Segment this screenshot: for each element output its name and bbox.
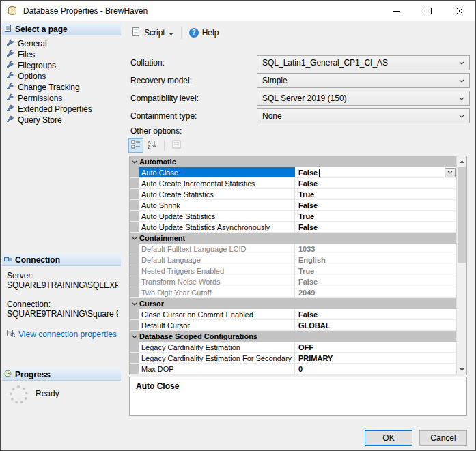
- property-pages-button: [169, 138, 184, 153]
- property-row[interactable]: Auto Update StatisticsTrue: [130, 211, 456, 222]
- indent-strip: [130, 189, 139, 199]
- property-row[interactable]: Max DOP0: [130, 364, 456, 375]
- property-row[interactable]: Auto ShrinkFalse: [130, 200, 456, 211]
- property-value[interactable]: OFF: [295, 342, 456, 352]
- select-page-header: Select a page: [2, 23, 121, 35]
- progress-icon: [4, 370, 12, 379]
- server-label: Server:: [7, 271, 118, 280]
- property-name: Max DOP: [139, 364, 295, 374]
- indent-strip: [130, 211, 139, 221]
- property-value[interactable]: False: [295, 222, 456, 232]
- connection-value: SQUARE9TRAINING\Square 9: [7, 309, 118, 319]
- property-row[interactable]: Auto Create Incremental StatisticsFalse: [130, 178, 456, 189]
- page-icon: [6, 72, 14, 82]
- categorized-button[interactable]: [128, 138, 143, 153]
- property-value[interactable]: True: [295, 211, 456, 221]
- grid-toolbar: AZ: [128, 138, 184, 153]
- compatibility-level-select[interactable]: SQL Server 2019 (150): [257, 91, 470, 106]
- property-row: Default Fulltext Language LCID1033: [130, 244, 456, 254]
- property-name: Auto Shrink: [139, 200, 295, 210]
- script-label: Script: [144, 28, 165, 38]
- sidebar-item-label: General: [18, 39, 47, 48]
- property-row[interactable]: Auto Create StatisticsTrue: [130, 189, 456, 200]
- sidebar-item-files[interactable]: Files: [6, 49, 121, 60]
- indent-strip: [130, 254, 139, 265]
- property-value: 2049: [295, 287, 456, 297]
- sidebar-item-filegroups[interactable]: Filegroups: [6, 60, 121, 71]
- property-row-auto-close[interactable]: Auto CloseFalse: [130, 167, 456, 178]
- recovery-model-select[interactable]: Simple: [257, 73, 470, 88]
- property-value[interactable]: GLOBAL: [295, 320, 456, 330]
- close-icon[interactable]: [444, 1, 475, 21]
- collation-select[interactable]: SQL_Latin1_General_CP1_CI_AS: [257, 55, 470, 70]
- chevron-down-icon[interactable]: [130, 298, 139, 309]
- sidebar-item-extended-properties[interactable]: Extended Properties: [6, 104, 121, 115]
- property-description: Auto Close: [129, 377, 467, 416]
- property-value: True: [295, 265, 456, 276]
- window-controls: [381, 1, 475, 21]
- property-row[interactable]: Auto Update Statistics AsynchronouslyFal…: [130, 222, 456, 233]
- chevron-down-icon[interactable]: [130, 331, 139, 342]
- script-button[interactable]: Script: [128, 25, 178, 41]
- select-page-icon: [4, 25, 12, 34]
- chevron-down-icon: [459, 79, 464, 83]
- indent-strip: [130, 287, 139, 297]
- view-connection-properties-link[interactable]: View connection properties: [18, 330, 117, 339]
- progress-title: Progress: [15, 370, 51, 379]
- property-row: Transform Noise WordsFalse: [130, 276, 456, 287]
- maximize-icon[interactable]: [412, 1, 444, 21]
- sidebar-item-options[interactable]: Options: [6, 71, 121, 82]
- property-value[interactable]: False: [295, 309, 456, 319]
- titlebar[interactable]: Database Properties - BrewHaven: [1, 1, 475, 21]
- cancel-button[interactable]: Cancel: [419, 430, 467, 446]
- indent-strip: [130, 167, 139, 177]
- property-name: Default Language: [139, 254, 295, 265]
- scrollbar-up-icon[interactable]: [457, 156, 467, 166]
- scrollbar-down-icon[interactable]: [457, 364, 467, 375]
- sidebar-item-permissions[interactable]: Permissions: [6, 93, 121, 104]
- collation-value: SQL_Latin1_General_CP1_CI_AS: [262, 58, 388, 68]
- grid-scrollbar[interactable]: [456, 156, 466, 375]
- category-row-cursor[interactable]: Cursor: [130, 298, 456, 309]
- category-row-automatic[interactable]: Automatic: [130, 156, 456, 167]
- help-icon: [189, 28, 199, 38]
- ok-button[interactable]: OK: [365, 430, 412, 446]
- property-value[interactable]: 0: [295, 364, 456, 374]
- help-button[interactable]: Help: [185, 25, 223, 40]
- svg-text:A: A: [148, 140, 151, 145]
- chevron-down-icon[interactable]: [130, 233, 139, 244]
- select-page-panel: Select a page General Files Filegroups O…: [2, 23, 121, 126]
- property-value-editor[interactable]: False: [295, 167, 456, 177]
- property-pages-icon: [172, 140, 181, 151]
- property-value[interactable]: True: [295, 189, 456, 199]
- sidebar-item-change-tracking[interactable]: Change Tracking: [6, 82, 121, 93]
- editor-dropdown-icon[interactable]: [445, 168, 456, 177]
- containment-type-label: Containment type:: [130, 108, 197, 123]
- property-row[interactable]: Legacy Cardinality EstimationOFF: [130, 342, 456, 353]
- sidebar-item-general[interactable]: General: [6, 38, 121, 49]
- category-row-database-scoped-configurations[interactable]: Database Scoped Configurations: [130, 331, 456, 342]
- property-row[interactable]: Close Cursor on Commit EnabledFalse: [130, 309, 456, 320]
- property-row[interactable]: Default CursorGLOBAL: [130, 320, 456, 331]
- containment-type-select[interactable]: None: [257, 108, 470, 123]
- category-row-containment[interactable]: Containment: [130, 233, 456, 244]
- view-connection-properties-icon: [7, 329, 15, 339]
- property-row[interactable]: Legacy Cardinality Estimation For Second…: [130, 353, 456, 364]
- property-grid-rows: Automatic Auto CloseFalse Auto Create In…: [130, 156, 456, 375]
- compatibility-level-label: Compatibility level:: [130, 91, 199, 106]
- property-value[interactable]: False: [295, 200, 456, 210]
- alphabetical-sort-button[interactable]: AZ: [145, 138, 160, 153]
- chevron-down-icon[interactable]: [130, 156, 139, 167]
- minimize-icon[interactable]: [381, 1, 412, 21]
- sidebar-item-label: Extended Properties: [18, 104, 92, 114]
- scrollbar-thumb[interactable]: [458, 167, 466, 263]
- indent-strip: [130, 276, 139, 287]
- property-name: Default Fulltext Language LCID: [139, 244, 295, 254]
- editor-text[interactable]: False: [298, 169, 318, 177]
- property-value[interactable]: PRIMARY: [295, 353, 456, 363]
- indent-strip: [130, 222, 139, 232]
- property-value: 1033: [295, 244, 456, 254]
- property-value[interactable]: False: [295, 178, 456, 188]
- property-description-title: Auto Close: [136, 381, 179, 391]
- sidebar-item-query-store[interactable]: Query Store: [6, 115, 121, 126]
